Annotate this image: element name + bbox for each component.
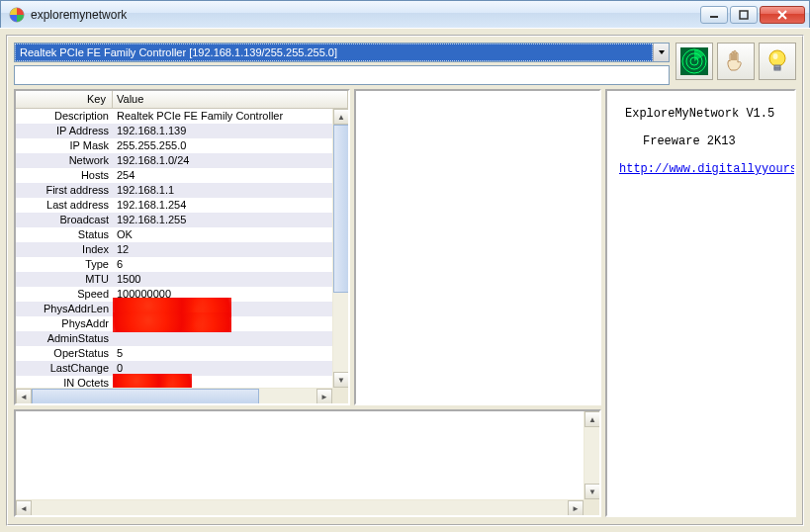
property-key: Last address (16, 198, 113, 213)
property-value: OK (113, 227, 332, 242)
scroll-up-arrow[interactable]: ▲ (585, 411, 600, 427)
properties-hscroll[interactable]: ◄ ► (16, 388, 332, 403)
window-controls (700, 6, 805, 24)
property-row[interactable]: Last address192.168.1.254 (16, 198, 332, 213)
maximize-button[interactable] (730, 6, 758, 24)
hand-icon (723, 48, 749, 74)
scroll-thumb[interactable] (333, 125, 349, 293)
toolbar-buttons (675, 43, 796, 80)
property-key: Speed (16, 287, 113, 302)
property-row[interactable]: AdminStatus (16, 331, 332, 346)
scroll-thumb-h[interactable] (32, 389, 259, 404)
property-row[interactable]: IP Mask255.255.255.0 (16, 138, 332, 153)
log-hscroll[interactable]: ◄ ► (16, 499, 584, 515)
property-row[interactable]: Type6 (16, 257, 332, 272)
svg-point-11 (773, 53, 778, 59)
scroll-down-arrow[interactable]: ▼ (585, 484, 600, 499)
property-row[interactable]: DescriptionRealtek PCIe FE Family Contro… (16, 109, 332, 124)
scroll-up-arrow[interactable]: ▲ (333, 109, 349, 125)
scroll-left-arrow[interactable]: ◄ (16, 389, 32, 404)
property-value: 12 (113, 242, 332, 257)
property-key: Type (16, 257, 113, 272)
scroll-corner (332, 388, 348, 403)
property-key: AdminStatus (16, 331, 113, 346)
toolbar-inputs: Realtek PCIe FE Family Controller [192.1… (14, 43, 670, 85)
property-row[interactable]: First address192.168.1.1 (16, 183, 332, 198)
scroll-left-arrow[interactable]: ◄ (16, 500, 32, 516)
property-key: IN Octets (16, 376, 113, 388)
scroll-down-arrow[interactable]: ▼ (333, 372, 349, 388)
property-key: Network (16, 153, 113, 168)
info-content: ExploreMyNetwork V1.5 Freeware 2K13 http… (607, 91, 794, 192)
client-area: Realtek PCIe FE Family Controller [192.1… (0, 28, 810, 532)
property-key: LastChange (16, 361, 113, 376)
window-titlebar: exploremynetwork (1, 1, 809, 29)
scan-button[interactable] (675, 43, 713, 80)
header-value[interactable]: Value (113, 91, 348, 108)
property-value (113, 376, 332, 388)
adapter-combo[interactable]: Realtek PCIe FE Family Controller [192.1… (14, 43, 670, 62)
close-button[interactable] (760, 6, 805, 24)
properties-panel: Key Value DescriptionRealtek PCIe FE Fam… (14, 89, 350, 405)
properties-body: DescriptionRealtek PCIe FE Family Contro… (16, 109, 332, 388)
property-key: PhysAddr (16, 316, 113, 331)
property-value: 5 (113, 346, 332, 361)
property-row[interactable]: MTU1500 (16, 272, 332, 287)
scroll-corner (584, 499, 599, 515)
combo-dropdown-button[interactable] (653, 44, 669, 61)
property-key: PhysAddrLen (16, 302, 113, 316)
property-key: Hosts (16, 168, 113, 183)
info-title: ExploreMyNetwork V1.5 (625, 107, 782, 121)
info-link[interactable]: http://www.digitallyyours.fr (619, 162, 796, 176)
property-value: 1500 (113, 272, 332, 287)
app-icon (9, 7, 25, 23)
hint-button[interactable] (759, 43, 796, 80)
property-value: 6 (113, 257, 332, 272)
property-value: 255.255.255.0 (113, 138, 332, 153)
svg-marker-5 (659, 50, 665, 54)
property-value: 192.168.1.1 (113, 183, 332, 198)
svg-rect-13 (774, 68, 780, 70)
minimize-button[interactable] (700, 6, 728, 24)
property-row[interactable]: OperStatus5 (16, 346, 332, 361)
property-value: 254 (113, 168, 332, 183)
property-key: IP Address (16, 124, 113, 138)
log-vscroll[interactable]: ▲ ▼ (584, 411, 599, 499)
properties-vscroll[interactable]: ▲ ▼ (332, 109, 348, 388)
property-value (113, 316, 332, 331)
property-row[interactable]: PhysAddr (16, 316, 332, 331)
adapter-combo-text: Realtek PCIe FE Family Controller [192.1… (15, 44, 653, 61)
window-title: exploremynetwork (31, 8, 700, 22)
property-row[interactable]: StatusOK (16, 227, 332, 242)
property-row[interactable]: Broadcast192.168.1.255 (16, 213, 332, 227)
property-value (113, 331, 332, 346)
property-key: Index (16, 242, 113, 257)
filter-input[interactable] (14, 65, 670, 85)
info-subtitle: Freeware 2K13 (643, 134, 782, 148)
property-value: 192.168.1.255 (113, 213, 332, 227)
log-panel: ▲ ▼ ◄ ► (14, 409, 601, 517)
property-value: 192.168.1.0/24 (113, 153, 332, 168)
property-row[interactable]: Hosts254 (16, 168, 332, 183)
property-key: IP Mask (16, 138, 113, 153)
property-key: First address (16, 183, 113, 198)
lightbulb-icon (765, 48, 789, 74)
property-value: 192.168.1.139 (113, 124, 332, 138)
scroll-right-arrow[interactable]: ► (316, 389, 332, 404)
svg-point-10 (769, 50, 785, 66)
info-panel: ExploreMyNetwork V1.5 Freeware 2K13 http… (605, 89, 796, 517)
property-row[interactable]: Network192.168.1.0/24 (16, 153, 332, 168)
scroll-right-arrow[interactable]: ► (568, 500, 584, 516)
stop-button[interactable] (717, 43, 755, 80)
property-row[interactable]: Index12 (16, 242, 332, 257)
header-key[interactable]: Key (16, 91, 113, 108)
property-value: Realtek PCIe FE Family Controller (113, 109, 332, 124)
property-key: Description (16, 109, 113, 124)
properties-header[interactable]: Key Value (16, 91, 348, 109)
radar-icon (680, 47, 708, 75)
svg-rect-2 (740, 11, 748, 19)
property-key: OperStatus (16, 346, 113, 361)
property-key: MTU (16, 272, 113, 287)
property-row[interactable]: IP Address192.168.1.139 (16, 124, 332, 138)
property-row[interactable]: IN Octets (16, 376, 332, 388)
